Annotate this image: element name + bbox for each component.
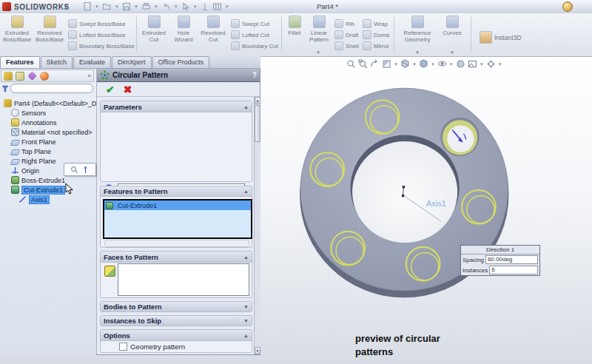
view-settings-icon[interactable] bbox=[486, 59, 496, 69]
faces-selection-list[interactable] bbox=[118, 263, 249, 296]
axis-tool-icon[interactable] bbox=[81, 166, 90, 174]
reference-geometry-button[interactable]: Reference Geometry bbox=[398, 16, 437, 43]
magnify-icon[interactable] bbox=[70, 166, 78, 174]
view-orientation-icon[interactable] bbox=[400, 59, 410, 69]
tab-sketch[interactable]: Sketch bbox=[41, 56, 73, 68]
open-icon[interactable] bbox=[102, 1, 112, 11]
extruded-cut-button[interactable]: Extruded Cut bbox=[139, 16, 169, 43]
property-manager-icon[interactable] bbox=[16, 72, 24, 81]
geometry-pattern-checkbox[interactable] bbox=[119, 343, 127, 351]
zoom-to-area-icon[interactable] bbox=[358, 59, 368, 69]
instant3d-button[interactable]: Instant3D bbox=[480, 31, 521, 44]
tab-office-products[interactable]: Office Products bbox=[152, 56, 209, 68]
apply-scene-icon[interactable] bbox=[468, 59, 477, 69]
lofted-cut-button[interactable]: Lofted Cut bbox=[231, 30, 278, 39]
edit-appearance-icon[interactable] bbox=[456, 59, 465, 69]
section-view-icon[interactable] bbox=[382, 59, 391, 69]
help-icon[interactable] bbox=[562, 1, 573, 12]
tab-dimxpert[interactable]: DimXpert bbox=[112, 56, 152, 68]
manager-overflow-icon[interactable]: » bbox=[88, 73, 91, 79]
tree-item-top-plane[interactable]: Top Plane bbox=[0, 146, 96, 156]
parameters-header[interactable]: Parameters▲ bbox=[101, 101, 252, 112]
fillet-button[interactable]: Fillet bbox=[284, 16, 305, 36]
pm-scrollbar[interactable]: ▲ ▼ bbox=[254, 97, 260, 354]
dropdown-arrow-icon[interactable]: ▼ bbox=[174, 4, 178, 9]
reference-geometry-dropdown-icon[interactable]: ▼ bbox=[415, 50, 420, 55]
feature-manager-icon[interactable] bbox=[4, 72, 13, 81]
tree-item-sensors[interactable]: Sensors bbox=[0, 108, 96, 118]
dropdown-arrow-icon[interactable]: ▼ bbox=[154, 4, 158, 9]
shell-button[interactable]: Shell bbox=[334, 41, 359, 50]
mirror-button[interactable]: Mirror bbox=[363, 41, 389, 50]
hide-show-items-icon[interactable] bbox=[437, 59, 447, 69]
menu-expand-arrow-icon[interactable]: ▸ bbox=[65, 2, 69, 10]
tree-item-annotations[interactable]: Annotations bbox=[0, 118, 96, 127]
revolved-boss-button[interactable]: Revolved Boss/Base bbox=[34, 16, 65, 43]
curves-dropdown-icon[interactable]: ▼ bbox=[450, 50, 454, 55]
swept-cut-button[interactable]: Swept Cut bbox=[231, 19, 278, 28]
callout-spacing-field[interactable]: 60.00deg bbox=[485, 255, 538, 264]
callout-instances-field[interactable]: 6 bbox=[489, 266, 538, 274]
extruded-boss-button[interactable]: Extruded Boss/Base bbox=[1, 16, 33, 43]
linear-pattern-dropdown-icon[interactable]: ▼ bbox=[316, 50, 320, 55]
scroll-up-icon[interactable]: ▲ bbox=[255, 97, 260, 104]
print-icon[interactable] bbox=[141, 2, 151, 11]
rib-button[interactable]: Rib bbox=[334, 19, 359, 28]
hole-wizard-button[interactable]: Hole Wizard bbox=[170, 16, 197, 43]
linear-pattern-button[interactable]: Linear Pattern bbox=[306, 16, 332, 43]
bodies-to-pattern-header[interactable]: Bodies to Pattern▼ bbox=[100, 301, 252, 312]
curves-button[interactable]: Curves bbox=[440, 16, 465, 36]
dome-button[interactable]: Dome bbox=[363, 30, 389, 39]
ok-check-button[interactable]: ✔ bbox=[106, 84, 115, 95]
tree-item-root[interactable]: Part4 (Default<<Default>_Disp bbox=[0, 98, 96, 108]
dropdown-arrow-icon[interactable]: ▼ bbox=[412, 62, 417, 67]
dropdown-arrow-icon[interactable]: ▼ bbox=[95, 4, 99, 9]
dropdown-arrow-icon[interactable]: ▼ bbox=[134, 4, 138, 9]
dropdown-arrow-icon[interactable]: ▼ bbox=[394, 62, 398, 67]
dropdown-arrow-icon[interactable]: ▼ bbox=[431, 62, 435, 67]
options-header[interactable]: Options▲ bbox=[101, 330, 252, 341]
faces-to-pattern-header[interactable]: Faces to Pattern▲ bbox=[101, 252, 252, 263]
dropdown-arrow-icon[interactable]: ▼ bbox=[225, 4, 229, 9]
tab-features[interactable]: Features bbox=[0, 56, 40, 68]
dropdown-arrow-icon[interactable]: ▼ bbox=[498, 62, 502, 67]
tree-item-material[interactable]: Material <not specified> bbox=[0, 127, 96, 137]
tab-evaluate[interactable]: Evaluate bbox=[73, 56, 111, 68]
dropdown-arrow-icon[interactable]: ▼ bbox=[449, 62, 454, 67]
zoom-to-fit-icon[interactable] bbox=[346, 59, 356, 69]
revolved-cut-button[interactable]: Revolved Cut bbox=[198, 16, 228, 43]
tree-filter-input[interactable] bbox=[10, 84, 93, 93]
draft-button[interactable]: Draft bbox=[334, 30, 359, 39]
pm-help-button[interactable]: ? bbox=[252, 71, 257, 79]
dropdown-arrow-icon[interactable]: ▼ bbox=[193, 4, 198, 9]
cancel-x-button[interactable]: ✖ bbox=[124, 84, 132, 95]
configuration-manager-icon[interactable] bbox=[27, 71, 37, 81]
options-icon[interactable] bbox=[212, 2, 222, 11]
geometry-pattern-row[interactable]: Geometry pattern bbox=[119, 343, 185, 351]
boundary-cut-button[interactable]: Boundary Cut bbox=[231, 41, 278, 50]
scroll-thumb[interactable] bbox=[255, 105, 260, 142]
lofted-boss-button[interactable]: Lofted Boss/Base bbox=[68, 30, 135, 39]
boundary-boss-button[interactable]: Boundary Boss/Base bbox=[68, 41, 135, 50]
select-icon[interactable] bbox=[181, 2, 190, 11]
features-to-pattern-header[interactable]: Features to Pattern▲ bbox=[100, 186, 252, 197]
new-document-icon[interactable] bbox=[83, 1, 92, 11]
rebuild-icon[interactable] bbox=[201, 2, 209, 11]
tree-item-boss-extrude1[interactable]: Boss-Extrude1 bbox=[0, 175, 96, 185]
undo-icon[interactable] bbox=[161, 2, 171, 11]
dropdown-arrow-icon[interactable]: ▼ bbox=[480, 62, 484, 67]
features-selection-list[interactable]: Cut-Extrude1 bbox=[103, 199, 252, 239]
save-icon[interactable] bbox=[122, 2, 131, 11]
tree-item-cut-extrude1[interactable]: Cut-Extrude1 bbox=[0, 185, 96, 195]
instances-to-skip-header[interactable]: Instances to Skip▼ bbox=[100, 315, 252, 326]
swept-boss-button[interactable]: Swept Boss/Base bbox=[68, 19, 135, 28]
tree-item-axis1[interactable]: Axis1 bbox=[0, 195, 96, 204]
selected-feature-item[interactable]: Cut-Extrude1 bbox=[104, 200, 251, 210]
wrap-button[interactable]: Wrap bbox=[363, 19, 389, 28]
tree-item-front-plane[interactable]: Front Plane bbox=[0, 137, 96, 146]
scroll-down-icon[interactable]: ▼ bbox=[255, 347, 260, 354]
previous-view-icon[interactable] bbox=[370, 59, 380, 69]
dimxpert-manager-icon[interactable] bbox=[40, 72, 49, 81]
dropdown-arrow-icon[interactable]: ▼ bbox=[115, 4, 119, 9]
display-style-icon[interactable] bbox=[419, 59, 428, 69]
